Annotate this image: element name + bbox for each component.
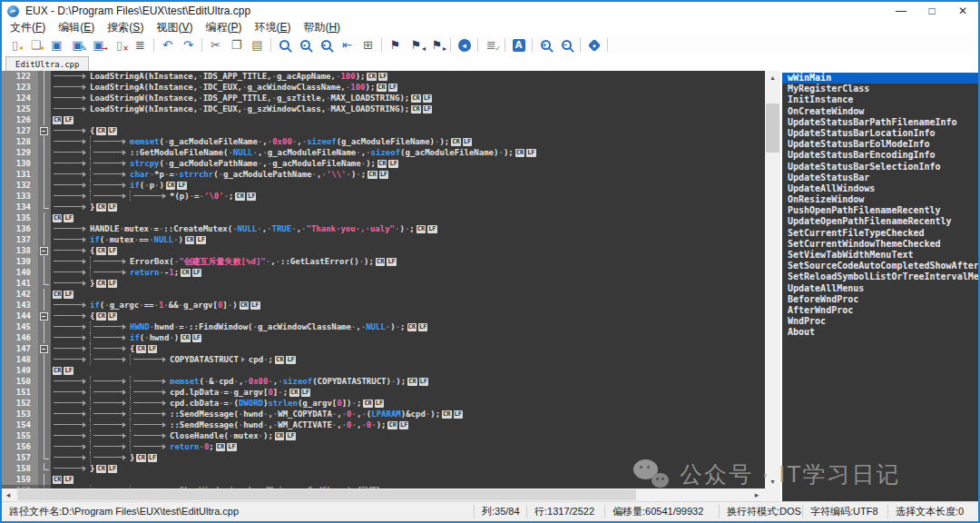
symbol-item-UpdateAllWindows[interactable]: UpdateAllWindows [782,183,978,194]
horizontal-scrollbar[interactable]: ◂ ▸ [2,488,765,501]
symbol-item-SetCurrentWindowThemeChecked[interactable]: SetCurrentWindowThemeChecked [782,239,978,250]
symbol-item-OnCreateWindow[interactable]: OnCreateWindow [782,106,978,117]
maximize-button[interactable]: □ [916,2,947,20]
code-text[interactable]: char·*p·=·strrchr(·g_acModulePathName·,·… [51,169,388,180]
code-line-129[interactable]: 129::GetModuleFileName(·NULL·,·g_acModul… [2,147,765,158]
symbol-item-wWinMain[interactable]: wWinMain [782,73,978,84]
cut-button[interactable]: ✂ [206,36,225,54]
code-line-137[interactable]: 137if(·mutex·==·NULL·)CRLF [2,234,765,245]
code-line-125[interactable]: 125LoadStringW(hInstance,·IDC_EUX,·g_szW… [2,104,765,114]
code-text[interactable]: }CRLF [51,202,117,212]
code-line-128[interactable]: 128memset(·g_acModuleFileName·,·0x00·,·s… [2,136,765,147]
code-line-151[interactable]: 151cpd.lpData·=·g_argv[0]·;CRLF [2,387,765,398]
code-text[interactable]: LoadStringA(hInstance,·IDS_APP_TITLE,·g_… [51,71,387,82]
highlight-style-button[interactable]: A [509,36,528,54]
menu-edit[interactable]: 编辑(E) [52,20,101,35]
code-line-147[interactable]: 147{CRLF [2,343,765,354]
code-text[interactable]: if(·hwnd·)CRLF [51,332,201,343]
file-list-button[interactable]: ≣ [131,36,150,54]
symbol-item-UpdateStatusBarSelectionInfo[interactable]: UpdateStatusBarSelectionInfo [782,162,978,173]
code-line-153[interactable]: 153::SendMessage(·hwnd·,·WM_COPYDATA·,·0… [2,409,765,419]
replace-button[interactable]: ⇤ [338,36,357,54]
copy-button[interactable]: ❐ [227,36,246,54]
save-file-button[interactable]: ▣ [47,36,66,54]
code-text[interactable]: }CRLF [51,452,157,463]
paste-button[interactable]: ▤ [248,36,267,54]
code-line-131[interactable]: 131char·*p·=·strrchr(·g_acModulePathName… [2,169,765,180]
save-as-button[interactable]: ▣✎ [68,36,87,54]
symbol-item-UpdateStatusBarLocationInfo[interactable]: UpdateStatusBarLocationInfo [782,128,978,139]
close-file-button[interactable]: ▯× [110,36,129,54]
code-text[interactable]: return·0;CRLF [51,441,237,452]
scroll-up-icon[interactable]: ▲ [765,71,780,84]
symbol-item-OnResizeWindow[interactable]: OnResizeWindow [782,194,978,205]
code-text[interactable]: memset(·g_acModuleFileName·,·0x00·,·size… [51,136,472,147]
code-line-156[interactable]: 156return·0;CRLF [2,441,765,452]
menu-file[interactable]: 文件(F) [4,20,52,35]
symbol-item-InitInstance[interactable]: InitInstance [782,94,978,105]
symbol-item-SetReloadSymbolListOrTreeIntervalMe[interactable]: SetReloadSymbolListOrTreeIntervalMe [782,271,978,282]
code-text[interactable]: {CRLF [51,343,157,354]
about-button[interactable] [584,36,603,54]
column-mode-button[interactable]: ⊞ [358,36,377,54]
code-text[interactable]: {CRLF [51,125,117,136]
code-text[interactable]: ::SendMessage(·hwnd·,·WM_ACTIVATE·,·0·,·… [51,419,408,430]
code-line-136[interactable]: 136HANDLE·mutex·=·::CreateMutex(·NULL·,·… [2,223,765,234]
zoom-in-button[interactable]: + [536,36,555,54]
horizontal-scroll-thumb[interactable] [17,489,636,500]
code-text[interactable]: LoadStringW(hInstance,·IDS_APP_TITLE,·g_… [51,93,432,104]
code-text[interactable]: HANDLE·mutex·=·::CreateMutex(·NULL·,·TRU… [51,223,437,234]
symbol-item-UpdateAllMenus[interactable]: UpdateAllMenus [782,283,978,294]
code-line-130[interactable]: 130strcpy(·g_acModulePathName·,·g_acModu… [2,158,765,169]
minimize-button[interactable]: — [886,2,916,20]
prev-bookmark-button[interactable]: ⚑◂ [407,36,426,54]
code-text[interactable]: {CRLF [51,245,117,256]
code-text[interactable]: CRLF [51,289,74,300]
code-text[interactable]: COPYDATASTRUCTcpd·;CRLF [51,354,296,365]
code-line-152[interactable]: 152cpd.cbData·=·(DWORD)strlen(g_argv[0])… [2,398,765,409]
code-text[interactable]: *(p)·=·'\0'·;CRLF [51,191,256,202]
code-line-122[interactable]: 122LoadStringA(hInstance,·IDS_APP_TITLE,… [2,71,765,82]
find-prev-button[interactable]: ◂ [296,36,315,54]
symbol-item-SetSourceCodeAutoCompletedShowAfter[interactable]: SetSourceCodeAutoCompletedShowAfter [782,261,978,271]
code-line-139[interactable]: 139ErrorBox(·"创建互斥量失败[%d]"·,·::GetLastEr… [2,256,765,267]
symbol-item-About[interactable]: About [782,327,978,338]
scroll-right-icon[interactable]: ▸ [750,488,763,501]
code-line-124[interactable]: 124LoadStringW(hInstance,·IDS_APP_TITLE,… [2,93,765,104]
zoom-out-button[interactable]: − [557,36,576,54]
code-line-154[interactable]: 154::SendMessage(·hwnd·,·WM_ACTIVATE·,·0… [2,419,765,430]
save-all-button[interactable]: ▣→ [89,36,108,54]
vertical-scrollbar[interactable]: ▲ ▼ [765,71,780,488]
code-line-142[interactable]: 142CRLF [2,289,765,300]
code-line-149[interactable]: 149CRLF [2,365,765,376]
code-line-126[interactable]: 126CRLF [2,114,765,125]
code-text[interactable]: ::GetModuleFileName(·NULL·,·g_acModuleFi… [51,147,536,158]
code-line-143[interactable]: 143if(·g_argc·==·1·&&·g_argv[0]·)CRLF [2,300,765,311]
close-button[interactable]: ✕ [947,2,978,20]
code-text[interactable]: strcpy(·g_acModulePathName·,·g_acModuleF… [51,158,398,169]
toggle-bookmark-button[interactable]: ⚑ [386,36,405,54]
symbol-item-UpdateStatusBarEncodingInfo[interactable]: UpdateStatusBarEncodingInfo [782,150,978,161]
code-text[interactable]: return·-1;CRLF [51,267,201,278]
scroll-left-icon[interactable]: ◂ [2,488,15,501]
symbol-item-UpdateStatusBarEolModeInfo[interactable]: UpdateStatusBarEolModeInfo [782,139,978,150]
symbol-item-BeforeWndProc[interactable]: BeforeWndProc [782,294,978,305]
new-file-button[interactable]: ▯✶ [5,36,24,54]
code-text[interactable]: CloseHandle(·mutex·);CRLF [51,430,296,441]
symbol-item-WndProc[interactable]: WndProc [782,316,978,327]
code-line-148[interactable]: 148COPYDATASTRUCTcpd·;CRLF [2,354,765,365]
code-text[interactable]: }CRLF [51,463,117,474]
code-line-144[interactable]: 144{CRLF [2,311,765,321]
code-line-145[interactable]: 145HWND·hwnd·=·::FindWindow(·g_acWindowC… [2,321,765,332]
fold-toggle[interactable] [38,245,51,256]
symbol-item-UpdateStatusBarPathFilenameInfo[interactable]: UpdateStatusBarPathFilenameInfo [782,117,978,128]
code-text[interactable]: if(·mutex·==·NULL·)CRLF [51,234,206,245]
code-text[interactable]: LoadStringA(hInstance,·IDC_EUX,·g_acWind… [51,82,397,93]
code-text[interactable]: memset(·&·cpd·,·0x00·,·sizeof(COPYDATAST… [51,376,428,387]
vertical-scroll-thumb[interactable] [766,104,779,153]
fold-toggle[interactable] [38,343,51,354]
code-text[interactable]: }CRLF [51,278,117,289]
code-line-127[interactable]: 127{CRLF [2,125,765,136]
menu-environment[interactable]: 环境(E) [248,20,297,35]
menu-help[interactable]: 帮助(H) [297,20,347,35]
